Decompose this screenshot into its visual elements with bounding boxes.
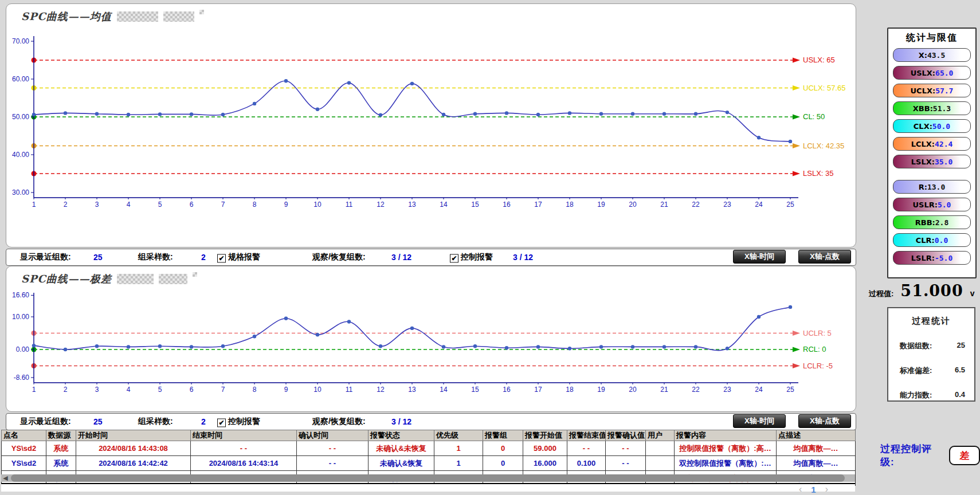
scrollbar-thumb[interactable]: [11, 474, 845, 482]
process-value-number: 51.000: [900, 282, 963, 300]
column-header[interactable]: 报警内容: [675, 430, 777, 441]
column-header[interactable]: 点名: [2, 430, 46, 441]
range-chart-title: SPC曲线——极差: [21, 272, 197, 286]
alarm-cell: - -: [567, 441, 606, 456]
svg-text:7: 7: [221, 386, 225, 394]
stat-value: 42.4: [935, 140, 952, 148]
range-chart-controls: 显示最近组数: 25 组采样数: 2 ✔控制报警 观察/恢复组数: 3 / 12…: [6, 413, 856, 430]
stat-button-r[interactable]: R:13.0: [893, 180, 971, 194]
table-footer-band: [1, 483, 855, 492]
stat-label: USLR:: [913, 201, 938, 209]
mean-chart-panel: USLX: 65UCLX: 57.65CL: 50LCLX: 42.35LSLX…: [6, 3, 856, 247]
alarm-row[interactable]: YS\sd2系统2024/08/16 14:43:08- -- -未确认&未恢复…: [2, 441, 856, 456]
alarm-cell: 0: [483, 441, 523, 456]
x-axis-points-button-mean[interactable]: X轴-点数: [798, 250, 851, 264]
x-axis-points-button-range[interactable]: X轴-点数: [798, 414, 851, 428]
stat-button-lclx[interactable]: LCLX:42.4: [893, 137, 971, 151]
process-stats-panel: 过程统计 数据组数:25标准偏差:6.5能力指数:0.4: [887, 307, 975, 402]
recent-groups-value: 25: [93, 253, 103, 262]
alarm-cell: 1: [434, 456, 483, 471]
stat-button-uclx[interactable]: UCLX:57.7: [893, 84, 971, 97]
column-header[interactable]: 优先级: [434, 430, 483, 441]
column-header[interactable]: 用户: [646, 430, 675, 441]
column-header[interactable]: 报警结束值: [567, 430, 606, 441]
stat-value: 65.0: [935, 69, 953, 77]
column-header[interactable]: 点描述: [777, 430, 856, 441]
redacted-text-block: [117, 11, 158, 22]
recent-groups-value: 25: [93, 417, 103, 426]
process-stat-row: 能力指数:0.4: [888, 390, 974, 400]
svg-text:10: 10: [313, 386, 322, 394]
ctrl-alarm-checkbox[interactable]: ✔控制报警: [450, 252, 493, 263]
alarm-cell: - -: [606, 456, 646, 471]
svg-text:5: 5: [158, 386, 162, 394]
alarm-cell: 2024/08/16 14:43:08: [76, 441, 191, 456]
mean-chart-title-text: SPC曲线——均值: [21, 10, 112, 23]
svg-text:2: 2: [64, 386, 68, 394]
svg-text:16: 16: [503, 201, 511, 209]
rating-badge[interactable]: 差: [949, 446, 980, 465]
column-header[interactable]: 结束时间: [191, 430, 297, 441]
stat-button-clr[interactable]: CLR:0.0: [893, 233, 971, 247]
horizontal-scrollbar[interactable]: ◀: [1, 474, 855, 482]
svg-text:6: 6: [190, 386, 194, 394]
page-prev-icon[interactable]: ‹: [799, 484, 802, 494]
process-value-label: 过程值:: [869, 289, 893, 299]
x-axis-time-button-range[interactable]: X轴-时间: [733, 414, 786, 428]
range-chart-panel: UCLR: 5RCL: 0LCLR: -516.6010.000.00-8.60…: [6, 266, 856, 412]
column-header[interactable]: 报警组: [483, 430, 523, 441]
stat-button-uslx[interactable]: USLX:65.0: [893, 66, 971, 80]
redacted-text-block: [193, 272, 197, 277]
alarm-row[interactable]: YS\sd2系统2024/08/16 14:42:422024/08/16 14…: [2, 456, 856, 471]
alarm-cell: YS\sd2: [2, 441, 46, 456]
svg-text:22: 22: [692, 201, 700, 209]
svg-text:UCLX: 57.65: UCLX: 57.65: [803, 84, 845, 92]
stat-button-lslx[interactable]: LSLX:35.0: [893, 155, 971, 168]
stat-button-clx[interactable]: CLX:50.0: [893, 119, 971, 133]
svg-text:1: 1: [32, 386, 36, 394]
process-stat-label: 数据组数:: [900, 341, 932, 351]
svg-text:9: 9: [284, 201, 288, 209]
sample-count-label: 组采样数:: [138, 252, 173, 262]
svg-text:24: 24: [755, 201, 763, 209]
x-axis-time-button-mean[interactable]: X轴-时间: [733, 250, 786, 264]
svg-text:18: 18: [566, 201, 574, 209]
page-next-icon[interactable]: ›: [825, 484, 828, 494]
stat-button-rbb[interactable]: RBB:2.8: [893, 215, 971, 229]
scrollbar-left-arrow-icon[interactable]: ◀: [1, 474, 10, 482]
stat-value: 57.7: [935, 87, 953, 95]
svg-text:70.00: 70.00: [12, 37, 29, 45]
process-stat-value: 6.5: [955, 366, 965, 376]
stat-value: 43.5: [927, 51, 945, 60]
spec-alarm-checkbox[interactable]: ✔规格报警: [217, 252, 260, 263]
alarm-cell: 0.100: [567, 456, 606, 471]
svg-text:9: 9: [284, 386, 288, 394]
column-header[interactable]: 确认时间: [297, 430, 369, 441]
column-header[interactable]: 报警开始值: [523, 430, 567, 441]
column-header[interactable]: 数据源: [46, 430, 76, 441]
process-stat-value: 25: [957, 341, 965, 351]
stat-button-uslr[interactable]: USLR:5.0: [893, 198, 971, 211]
stat-button-lslr[interactable]: LSLR:-5.0: [893, 251, 971, 265]
stat-label: LCLX:: [911, 140, 935, 148]
sample-count-label: 组采样数:: [138, 417, 173, 427]
stat-button-x[interactable]: X:43.5: [893, 48, 971, 62]
svg-text:16.60: 16.60: [12, 291, 29, 299]
svg-text:5: 5: [158, 201, 162, 209]
watch-recover-label: 观察/恢复组数:: [312, 252, 366, 262]
column-header[interactable]: 报警确认值: [606, 430, 646, 441]
stat-button-xbb[interactable]: XBB:51.3: [893, 101, 971, 115]
column-header[interactable]: 开始时间: [76, 430, 191, 441]
spc-monitor-app: USLX: 65UCLX: 57.65CL: 50LCLX: 42.35LSLX…: [0, 0, 980, 495]
rating-label: 过程控制评级:: [880, 442, 943, 469]
alarm-cell: 控制限值报警（离散）:高…: [675, 441, 777, 456]
page-number[interactable]: 1: [811, 485, 816, 494]
redacted-text-block: [199, 10, 204, 14]
column-header[interactable]: 报警状态: [369, 430, 434, 441]
stat-label: LSLR:: [911, 254, 935, 262]
ctrl-alarm-checkbox[interactable]: ✔控制报警: [217, 417, 260, 427]
svg-text:11: 11: [346, 386, 353, 394]
stat-value: 50.0: [932, 122, 950, 131]
stat-value: 5.0: [938, 201, 951, 209]
svg-text:0.00: 0.00: [16, 345, 30, 353]
